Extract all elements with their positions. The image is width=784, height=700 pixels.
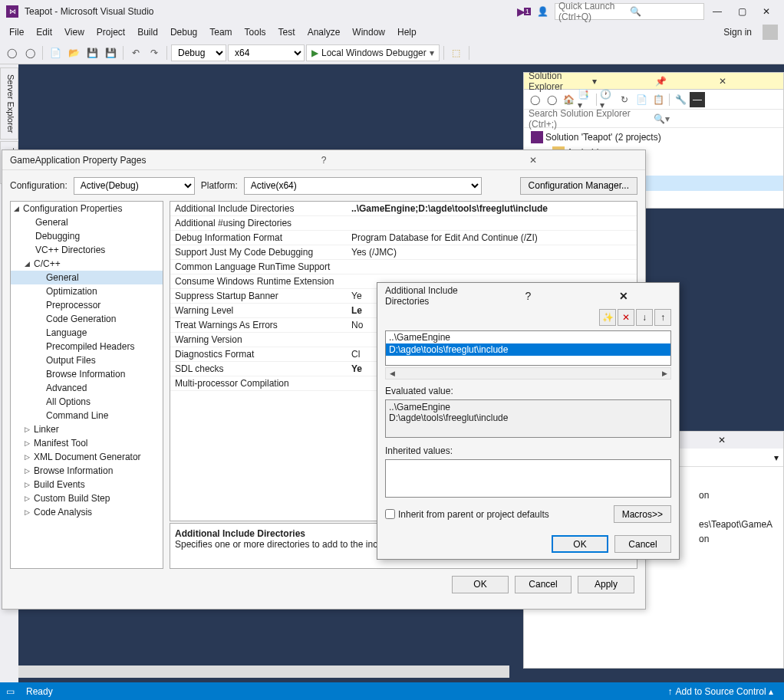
show-all-button[interactable]: 📋 — [651, 92, 666, 107]
move-up-button[interactable]: ↑ — [654, 309, 671, 326]
apply-button[interactable]: Apply — [578, 576, 634, 593]
directories-list[interactable]: ..\GameEngine D:\agde\tools\freeglut\inc… — [385, 330, 671, 366]
ok-button[interactable]: OK — [552, 535, 608, 553]
cancel-button[interactable]: Cancel — [614, 535, 671, 553]
ok-button[interactable]: OK — [452, 576, 509, 593]
platform-select[interactable]: Active(x64) — [244, 177, 482, 195]
tree-cpp-general[interactable]: General — [11, 271, 163, 284]
menu-build[interactable]: Build — [131, 25, 164, 40]
preview-button[interactable]: — — [690, 92, 705, 107]
tree-xml[interactable]: ▷XML Document Generator — [11, 450, 163, 464]
forward-button[interactable]: ◯ — [544, 92, 559, 107]
configuration-select[interactable]: Debug — [171, 44, 226, 61]
macros-button[interactable]: Macros>> — [614, 505, 671, 523]
new-project-button[interactable]: 📄 — [47, 44, 64, 61]
sign-in-link[interactable]: Sign in — [717, 25, 758, 40]
tree-vcdirs[interactable]: VC++ Directories — [11, 243, 163, 257]
menu-project[interactable]: Project — [91, 25, 131, 40]
dialog-close-button[interactable]: ✕ — [428, 155, 637, 166]
list-item[interactable]: D:\agde\tools\freeglut\include — [386, 343, 670, 356]
quick-launch-input[interactable]: Quick Launch (Ctrl+Q) 🔍 — [555, 3, 704, 20]
user-icon[interactable] — [763, 25, 778, 40]
grid-row[interactable]: Additional Include Directories..\GameEng… — [170, 202, 637, 216]
save-all-button[interactable]: 💾 — [102, 44, 119, 61]
refresh-button[interactable]: ↻ — [617, 92, 632, 107]
inherit-checkbox[interactable]: Inherit from parent or project defaults — [385, 509, 549, 520]
grid-row[interactable]: Additional #using Directories — [170, 216, 637, 231]
horizontal-scrollbar[interactable] — [18, 665, 509, 678]
sync-button[interactable]: 🕐▾ — [600, 92, 615, 107]
scope-button[interactable]: 📑▾ — [578, 92, 593, 107]
start-debug-button[interactable]: ▶ Local Windows Debugger ▾ — [306, 44, 440, 61]
menu-file[interactable]: File — [3, 25, 30, 40]
menu-help[interactable]: Help — [391, 25, 423, 40]
feedback-icon[interactable]: 👤 — [537, 6, 548, 17]
tree-linker[interactable]: ▷Linker — [11, 422, 163, 436]
redo-button[interactable]: ↷ — [146, 44, 163, 61]
open-file-button[interactable]: 📂 — [65, 44, 82, 61]
flag-icon[interactable]: ▶1 — [517, 5, 531, 18]
tree-cpp[interactable]: ◢C/C++ — [11, 257, 163, 271]
help-button[interactable]: ? — [480, 290, 575, 302]
menu-window[interactable]: Window — [346, 25, 391, 40]
tree-buildevents[interactable]: ▷Build Events — [11, 478, 163, 491]
tree-cpp-preprocessor[interactable]: Preprocessor — [11, 298, 163, 312]
platform-select[interactable]: x64 — [228, 44, 305, 61]
menu-edit[interactable]: Edit — [30, 25, 58, 40]
tree-cpp-language[interactable]: Language — [11, 326, 163, 340]
tree-cpp-optimization[interactable]: Optimization — [11, 284, 163, 298]
tree-codeanalysis[interactable]: ▷Code Analysis — [11, 505, 163, 519]
properties-button[interactable]: 🔧 — [673, 92, 688, 107]
solution-search-input[interactable]: Search Solution Explorer (Ctrl+;) 🔍▾ — [524, 110, 783, 128]
close-button[interactable]: ✕ — [755, 4, 778, 19]
new-line-button[interactable]: ✨ — [599, 309, 616, 326]
close-panel-icon[interactable]: ✕ — [719, 76, 779, 87]
pin-icon[interactable]: 📌 — [655, 76, 716, 87]
dropdown-icon[interactable]: ▾ — [592, 76, 653, 87]
configuration-manager-button[interactable]: Configuration Manager... — [520, 177, 637, 195]
menu-debug[interactable]: Debug — [164, 25, 203, 40]
close-button[interactable]: ✕ — [576, 290, 671, 302]
menu-test[interactable]: Test — [272, 25, 301, 40]
tree-browse[interactable]: ▷Browse Information — [11, 464, 163, 478]
tree-cpp-output[interactable]: Output Files — [11, 353, 163, 367]
server-explorer-tab[interactable]: Server Explorer — [0, 67, 18, 140]
maximize-button[interactable]: ▢ — [730, 4, 753, 19]
list-scrollbar[interactable]: ◀▶ — [385, 367, 671, 380]
help-button[interactable]: ? — [219, 155, 429, 166]
menu-tools[interactable]: Tools — [239, 25, 272, 40]
tree-cpp-alloptions[interactable]: All Options — [11, 395, 163, 409]
nav-back-button[interactable]: ◯ — [3, 44, 20, 61]
minimize-button[interactable]: — — [706, 4, 729, 19]
grid-row[interactable]: Support Just My Code DebuggingYes (/JMC) — [170, 245, 637, 260]
grid-row[interactable]: Debug Information FormatProgram Database… — [170, 231, 637, 245]
tree-manifest[interactable]: ▷Manifest Tool — [11, 436, 163, 450]
source-control-button[interactable]: ↑Add to Source Control ▴ — [664, 686, 778, 697]
back-button[interactable]: ◯ — [527, 92, 542, 107]
close-icon[interactable]: ✕ — [718, 435, 779, 445]
menu-view[interactable]: View — [58, 25, 91, 40]
tree-cpp-cmdline[interactable]: Command Line — [11, 409, 163, 422]
tree-config-props[interactable]: ◢Configuration Properties — [11, 202, 163, 215]
configuration-select[interactable]: Active(Debug) — [74, 177, 195, 195]
move-down-button[interactable]: ↓ — [636, 309, 653, 326]
tree-general[interactable]: General — [11, 215, 163, 229]
solution-node[interactable]: Solution 'Teapot' (2 projects) — [524, 130, 783, 145]
list-item[interactable]: ..\GameEngine — [386, 331, 670, 343]
tree-debugging[interactable]: Debugging — [11, 229, 163, 243]
extension-button[interactable]: ⬚ — [448, 44, 465, 61]
tree-customstep[interactable]: ▷Custom Build Step — [11, 491, 163, 505]
output-icon[interactable]: ▭ — [6, 686, 17, 697]
menu-team[interactable]: Team — [203, 25, 238, 40]
cancel-button[interactable]: Cancel — [515, 576, 572, 593]
tree-cpp-browse[interactable]: Browse Information — [11, 367, 163, 381]
nav-forward-button[interactable]: ◯ — [21, 44, 38, 61]
tree-cpp-codegen[interactable]: Code Generation — [11, 312, 163, 326]
collapse-button[interactable]: 📄 — [634, 92, 649, 107]
menu-analyze[interactable]: Analyze — [301, 25, 347, 40]
undo-button[interactable]: ↶ — [127, 44, 144, 61]
home-button[interactable]: 🏠 — [561, 92, 576, 107]
delete-button[interactable]: ✕ — [618, 309, 634, 326]
tree-cpp-pch[interactable]: Precompiled Headers — [11, 340, 163, 353]
tree-cpp-advanced[interactable]: Advanced — [11, 381, 163, 395]
